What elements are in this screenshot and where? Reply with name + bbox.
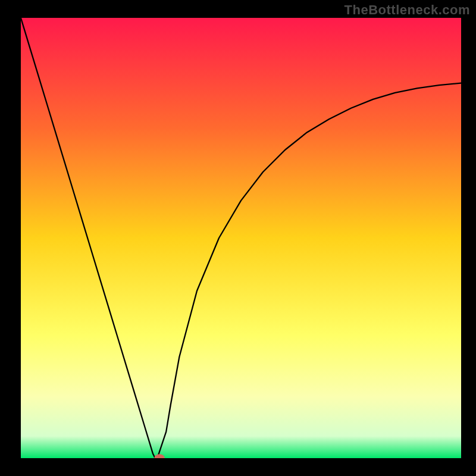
watermark-text: TheBottleneck.com [345, 2, 470, 18]
bottleneck-chart [0, 0, 476, 476]
optimal-point-marker [154, 454, 165, 462]
chart-frame: TheBottleneck.com [0, 0, 476, 476]
